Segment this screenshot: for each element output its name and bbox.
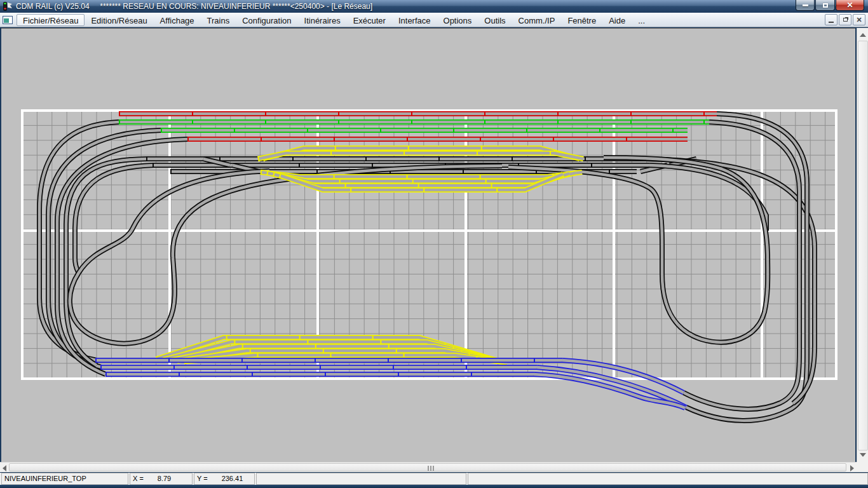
mdi-close-icon: ✕ xyxy=(856,16,862,24)
scroll-left-icon[interactable] xyxy=(3,465,6,471)
menu-item-trains[interactable]: Trains xyxy=(201,14,236,26)
menu-item-affichage[interactable]: Affichage xyxy=(154,14,201,26)
mdi-close-button[interactable]: ✕ xyxy=(853,14,865,25)
mdi-restore-icon xyxy=(843,18,848,22)
menu-bar: Fichier/RéseauEdition/RéseauAffichageTra… xyxy=(0,13,868,27)
status-x-coordinate: X =8.79 xyxy=(130,473,193,485)
track-plan-drawing xyxy=(1,29,855,463)
scroll-down-icon[interactable] xyxy=(860,453,866,457)
menu-item--[interactable]: ... xyxy=(632,14,651,26)
application-window: CDM RAIL (c) V25.04 ******* RESEAU EN CO… xyxy=(0,0,868,488)
horizontal-scrollbar[interactable] xyxy=(0,462,857,472)
menu-item-edition-r-seau[interactable]: Edition/Réseau xyxy=(85,14,153,26)
vertical-scrollbar[interactable] xyxy=(857,28,868,462)
menu-item-outils[interactable]: Outils xyxy=(478,14,512,26)
mdi-minimize-button[interactable] xyxy=(825,14,837,25)
title-bar[interactable]: CDM RAIL (c) V25.04 ******* RESEAU EN CO… xyxy=(0,0,868,13)
window-title: CDM RAIL (c) V25.04 ******* RESEAU EN CO… xyxy=(16,2,372,11)
close-icon: ✕ xyxy=(846,2,853,8)
track-plan-canvas[interactable] xyxy=(1,28,855,462)
status-bar: NIVEAUINFERIEUR_TOP X =8.79 Y =236.41 xyxy=(0,473,868,485)
status-empty-cell xyxy=(256,473,466,485)
menu-item-interface[interactable]: Interface xyxy=(392,14,437,26)
mdi-minimize-icon xyxy=(829,22,834,23)
scrollbar-corner xyxy=(857,462,868,472)
scroll-up-icon[interactable] xyxy=(860,33,866,37)
window-frame-bottom xyxy=(0,485,868,488)
horizontal-scroll-thumb[interactable] xyxy=(9,463,846,471)
status-section-name: NIVEAUINFERIEUR_TOP xyxy=(1,473,128,485)
vertical-scroll-thumb[interactable] xyxy=(858,41,868,451)
app-signal-icon xyxy=(3,2,13,11)
status-empty-cell xyxy=(468,473,868,485)
menu-item-itin-raires[interactable]: Itinéraires xyxy=(298,14,347,26)
minimize-icon xyxy=(803,4,808,6)
menu-item-configuration[interactable]: Configuration xyxy=(236,14,297,26)
mdi-restore-button[interactable] xyxy=(839,14,851,25)
menu-item-fichier-r-seau[interactable]: Fichier/Réseau xyxy=(17,14,85,26)
document-window-icon[interactable] xyxy=(3,16,13,24)
menu-item-aide[interactable]: Aide xyxy=(602,14,632,26)
menu-item-comm-ip[interactable]: Comm./IP xyxy=(512,14,562,26)
menu-item-ex-cuter[interactable]: Exécuter xyxy=(347,14,392,26)
scroll-grip-icon xyxy=(428,466,437,471)
menu-item-fen-tre[interactable]: Fenêtre xyxy=(561,14,602,26)
window-minimize-button[interactable] xyxy=(796,0,815,11)
window-restore-button[interactable] xyxy=(815,0,835,11)
scroll-right-icon[interactable] xyxy=(850,465,854,471)
menu-item-options[interactable]: Options xyxy=(437,14,478,26)
status-y-coordinate: Y =236.41 xyxy=(194,473,255,485)
restore-icon xyxy=(823,3,828,8)
window-close-button[interactable]: ✕ xyxy=(836,0,864,11)
